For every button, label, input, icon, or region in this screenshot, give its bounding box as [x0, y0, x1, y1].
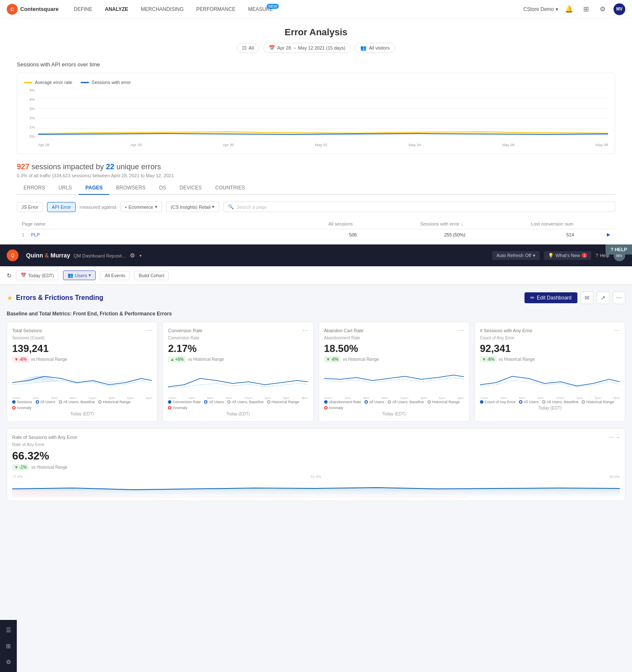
section-label: Baseline and Total Metrics: Front End, F… [7, 311, 625, 317]
edit-dashboard-btn[interactable]: ✏ Edit Dashboard [524, 292, 577, 303]
qm-logo-icon: Q [7, 249, 18, 261]
sessions-more-btn[interactable]: ⋯ [146, 327, 152, 334]
build-cohort-btn[interactable]: Build Cohort [134, 271, 169, 280]
errors-count: 22 [106, 163, 114, 171]
store-selector[interactable]: CStore Demo ▾ [523, 6, 558, 12]
conversion-rate-card: Conversion Rate ⋯ Conversion Rate 2.17% … [163, 322, 313, 422]
qm-dropdown-caret[interactable]: ▾ [139, 253, 142, 258]
tab-errors[interactable]: ERRORS [17, 181, 52, 195]
bell-icon-btn[interactable]: 🔔 [563, 3, 575, 15]
qm-subtitle: QM Dashboard Reposit... [73, 253, 126, 258]
abandon-value: 18.50% [324, 343, 464, 354]
dashboard-toolbar: ↻ 📅 Today (EDT) 👥 Users ▾ All Events Bui… [0, 266, 632, 285]
tab-countries[interactable]: COUNTRIES [209, 181, 252, 195]
y-axis: 5% 4% 3% 2% 1% 0% [24, 88, 37, 139]
visitors-icon: 👥 [360, 45, 367, 51]
dashboard-header: ★ Errors & Frictions Trending ✏ Edit Das… [7, 291, 625, 304]
segment-filter[interactable]: ⊡ All [237, 43, 259, 53]
table-header: Page name All sessions Sessions with err… [17, 219, 615, 229]
whats-new-btn[interactable]: 💡 What's New 1 [544, 251, 591, 260]
refresh-icon[interactable]: ↻ [7, 272, 12, 279]
stats-sub: 0.3% of all traffic (334,623 sessions) b… [17, 173, 615, 178]
left-sidebar: ☰ ⊞ ⚙ [0, 620, 17, 672]
whats-new-icon: 💡 [548, 253, 554, 258]
visitors-filter[interactable]: 👥 All visitors [355, 43, 395, 53]
rate-more-btn[interactable]: ⋯ [608, 434, 614, 441]
segment-users-btn[interactable]: 👥 Users ▾ [63, 270, 96, 280]
tab-urls[interactable]: URLS [52, 181, 79, 195]
sessions-time: Today (EDT) [12, 412, 152, 416]
nav-item-measure[interactable]: MEASURE NEW [243, 5, 278, 14]
table-row[interactable]: 1 PLP 506 255 (50%) 514 ▶ [17, 229, 615, 240]
abandon-more-btn[interactable]: ⋯ [458, 327, 464, 334]
metric-card-header-sessions-error: # Sessions with Any Error ⋯ [480, 327, 620, 334]
cs-logo[interactable]: C Contentsquare [7, 4, 59, 15]
main-line-chart-svg [38, 88, 608, 139]
insight-btn[interactable]: (CS Insights) Retail ▾ [166, 202, 220, 212]
col-header-lost-conversion: Lost conversion sum [463, 221, 574, 226]
search-icon: 🔍 [228, 204, 234, 210]
auto-refresh-toggle[interactable]: Auto Refresh Off ▾ [492, 251, 540, 260]
sessions-error-legend: Count of Any Error All Users All Users; … [480, 400, 620, 404]
qm-navigation-bar: Q Quinn & Murray QM Dashboard Reposit...… [0, 244, 632, 266]
row-play-btn[interactable]: ▶ [574, 232, 610, 237]
sessions-change: ▼ -6% vs Historical Range [12, 356, 152, 362]
user-avatar[interactable]: MV [614, 3, 625, 15]
share-btn[interactable]: ↗ [597, 291, 609, 304]
help-overlay-btn[interactable]: ? HELP [606, 244, 632, 255]
conversion-x-labels: 12am 3am 6am 9am 12pm 3pm 6pm 9pm [168, 396, 308, 400]
tab-browsers[interactable]: BROWSERS [109, 181, 152, 195]
conversion-mini-chart [168, 366, 308, 393]
rate-collapse-btn[interactable]: − [616, 434, 620, 441]
api-error-btn[interactable]: API Error [47, 202, 75, 212]
qm-logo: Q [7, 249, 18, 261]
abandon-mini-chart [324, 366, 464, 393]
top-nav-items: DEFINE ANALYZE MERCHANDISING PERFORMANCE… [69, 5, 524, 14]
conversion-more-btn[interactable]: ⋯ [302, 327, 308, 334]
sidebar-settings-icon[interactable]: ⚙ [2, 655, 15, 669]
legend-avg-error: Average error rate [24, 80, 72, 85]
cs-logo-icon: C [7, 4, 18, 15]
qm-settings-icon[interactable]: ⚙ [130, 252, 135, 259]
rate-sub: Rate of Any Error [12, 442, 620, 447]
all-events-btn[interactable]: All Events [100, 271, 130, 280]
tab-devices[interactable]: DEVICES [173, 181, 209, 195]
sessions-error-time: Today (EDT) [480, 406, 620, 410]
nav-item-analyze[interactable]: ANALYZE [100, 5, 134, 14]
nav-item-merchandising[interactable]: MERCHANDISING [136, 5, 189, 14]
date-picker-btn[interactable]: 📅 Today (EDT) [16, 270, 59, 280]
favorite-icon[interactable]: ★ [7, 294, 13, 302]
dashboard-main: ★ Errors & Frictions Trending ✏ Edit Das… [0, 285, 632, 513]
conversion-change: ▲ +5% vs Historical Range [168, 356, 308, 362]
sessions-section-title: Sessions with API errors over time [17, 61, 615, 68]
abandon-x-labels: 12am 3am 6am 9am 12pm 3pm 6pm 9pm [324, 396, 464, 400]
row-sessions-error: 255 (50%) [357, 232, 466, 237]
js-error-btn[interactable]: JS Error [17, 202, 43, 212]
sessions-change-badge: ▼ -6% [12, 356, 29, 362]
sidebar-menu-icon[interactable]: ☰ [2, 623, 15, 637]
filter-bar: ⊡ All 📅 Apr 28 → May 12 2021 (15 days) 👥… [17, 43, 615, 53]
ecommerce-btn[interactable]: ▪ Ecommerce ▾ [121, 202, 162, 212]
nav-item-performance[interactable]: PERFORMANCE [191, 5, 240, 14]
cs-main-content: Error Analysis ⊡ All 📅 Apr 28 → May 12 2… [0, 18, 632, 244]
abandon-change-badge: ▼ -6% [324, 356, 341, 362]
sessions-error-more-btn[interactable]: ⋯ [614, 327, 620, 334]
sessions-error-chart-svg [480, 366, 620, 393]
col-header-sessions-error: Sessions with error ↓ [353, 221, 463, 226]
sessions-error-vs: vs Historical Range [498, 357, 535, 362]
grid-icon-btn[interactable]: ⊞ [580, 3, 592, 15]
sessions-change-vs: vs Historical Range [31, 357, 67, 362]
nav-item-define[interactable]: DEFINE [69, 5, 97, 14]
date-filter[interactable]: 📅 Apr 28 → May 12 2021 (15 days) [263, 43, 351, 53]
more-options-btn[interactable]: ⋯ [613, 291, 625, 304]
tab-os[interactable]: OS [152, 181, 173, 195]
tab-pages[interactable]: PAGES [79, 181, 109, 195]
page-search-field[interactable]: 🔍 Search a page [223, 202, 615, 212]
conversion-time: Today (EDT) [168, 412, 308, 416]
email-share-btn[interactable]: ✉ [581, 291, 593, 304]
settings-icon-btn[interactable]: ⚙ [597, 3, 608, 15]
sidebar-search-icon[interactable]: ⊞ [2, 639, 15, 653]
legend-dot-blue [81, 82, 89, 83]
conversion-value: 2.17% [168, 343, 308, 354]
col-header-all-sessions: All sessions [242, 221, 353, 226]
